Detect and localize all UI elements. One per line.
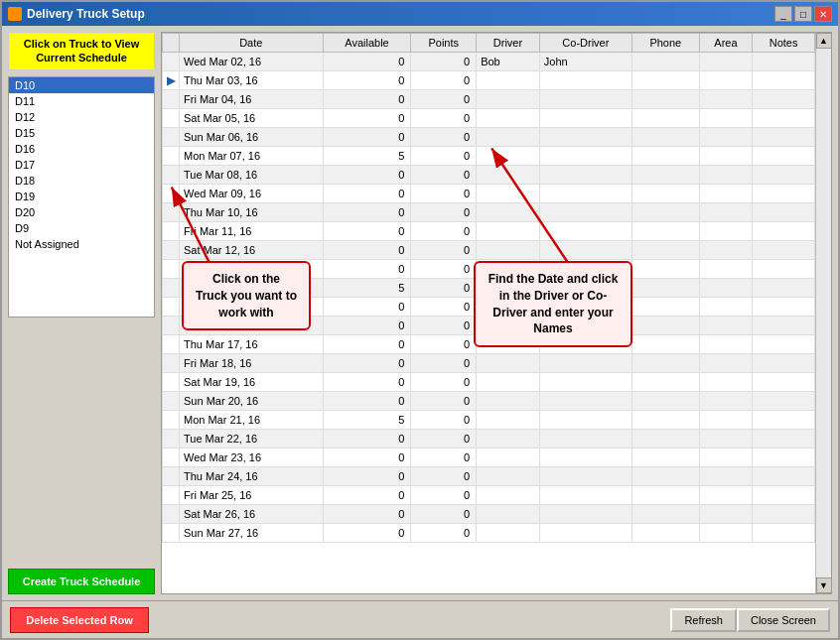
truck-item-D17[interactable]: D17: [9, 157, 154, 173]
cell-available[interactable]: 0: [323, 53, 411, 71]
cell-codriver[interactable]: [539, 411, 631, 430]
table-row[interactable]: Fri Mar 04, 1600: [163, 90, 815, 109]
cell-driver[interactable]: [477, 392, 540, 411]
cell-notes[interactable]: [753, 166, 815, 185]
cell-date[interactable]: Mon Mar 07, 16: [180, 147, 324, 166]
cell-phone[interactable]: [631, 467, 699, 486]
cell-available[interactable]: 0: [323, 505, 411, 524]
cell-date[interactable]: Fri Mar 11, 16: [180, 222, 324, 241]
cell-phone[interactable]: [631, 430, 699, 448]
cell-area[interactable]: [699, 53, 753, 71]
cell-notes[interactable]: [753, 241, 815, 260]
cell-notes[interactable]: [753, 411, 815, 430]
window-close-button[interactable]: ✕: [814, 6, 832, 22]
cell-codriver[interactable]: [539, 166, 631, 185]
cell-driver[interactable]: [477, 147, 540, 166]
cell-driver[interactable]: [477, 467, 540, 486]
cell-notes[interactable]: [753, 128, 815, 147]
cell-area[interactable]: [699, 241, 753, 260]
cell-points[interactable]: 0: [411, 298, 477, 317]
cell-date[interactable]: Wed Mar 09, 16: [180, 185, 324, 203]
cell-phone[interactable]: [631, 317, 699, 335]
cell-points[interactable]: 0: [411, 241, 477, 260]
cell-date[interactable]: Thu Mar 24, 16: [180, 467, 324, 486]
table-row[interactable]: Fri Mar 11, 1600: [163, 222, 815, 241]
cell-available[interactable]: 5: [323, 279, 411, 298]
cell-available[interactable]: 0: [323, 467, 411, 486]
cell-codriver[interactable]: [539, 354, 631, 373]
cell-date[interactable]: Thu Mar 03, 16: [180, 71, 324, 90]
cell-codriver[interactable]: [539, 109, 631, 128]
cell-driver[interactable]: [477, 411, 540, 430]
cell-points[interactable]: 0: [411, 90, 477, 109]
cell-phone[interactable]: [631, 71, 699, 90]
cell-date[interactable]: Fri Mar 18, 16: [180, 354, 324, 373]
cell-available[interactable]: 0: [323, 166, 411, 185]
cell-date[interactable]: Thu Mar 17, 16: [180, 335, 324, 354]
cell-notes[interactable]: [753, 448, 815, 467]
cell-area[interactable]: [699, 335, 753, 354]
scroll-down-arrow[interactable]: ▼: [816, 577, 832, 593]
cell-phone[interactable]: [631, 298, 699, 317]
table-row[interactable]: Sat Mar 26, 1600: [163, 505, 815, 524]
cell-available[interactable]: 0: [323, 317, 411, 335]
cell-codriver[interactable]: [539, 524, 631, 543]
table-row[interactable]: Sun Mar 27, 1600: [163, 524, 815, 543]
cell-phone[interactable]: [631, 109, 699, 128]
cell-points[interactable]: 0: [411, 166, 477, 185]
cell-area[interactable]: [699, 109, 753, 128]
cell-available[interactable]: 0: [323, 222, 411, 241]
cell-notes[interactable]: [753, 486, 815, 505]
cell-phone[interactable]: [631, 222, 699, 241]
cell-area[interactable]: [699, 71, 753, 90]
cell-area[interactable]: [699, 486, 753, 505]
table-row[interactable]: Tue Mar 08, 1600: [163, 166, 815, 185]
cell-points[interactable]: 0: [411, 505, 477, 524]
cell-points[interactable]: 0: [411, 392, 477, 411]
cell-driver[interactable]: [477, 430, 540, 448]
cell-phone[interactable]: [631, 241, 699, 260]
cell-points[interactable]: 0: [411, 109, 477, 128]
cell-area[interactable]: [699, 298, 753, 317]
cell-codriver[interactable]: [539, 505, 631, 524]
truck-item-Not-Assigned[interactable]: Not Assigned: [9, 236, 154, 252]
cell-available[interactable]: 0: [323, 260, 411, 279]
cell-codriver[interactable]: [539, 486, 631, 505]
table-row[interactable]: Mon Mar 21, 1650: [163, 411, 815, 430]
cell-phone[interactable]: [631, 448, 699, 467]
cell-notes[interactable]: [753, 147, 815, 166]
table-row[interactable]: Sun Mar 06, 1600: [163, 128, 815, 147]
truck-item-D11[interactable]: D11: [9, 93, 154, 109]
table-row[interactable]: Sat Mar 12, 1600: [163, 241, 815, 260]
table-row[interactable]: Wed Mar 23, 1600: [163, 448, 815, 467]
cell-available[interactable]: 0: [323, 298, 411, 317]
cell-notes[interactable]: [753, 53, 815, 71]
minimize-button[interactable]: _: [774, 6, 792, 22]
cell-driver[interactable]: Bob: [477, 53, 540, 71]
cell-driver[interactable]: [477, 222, 540, 241]
table-row[interactable]: Sun Mar 20, 1600: [163, 392, 815, 411]
truck-item-D19[interactable]: D19: [9, 189, 154, 204]
cell-codriver[interactable]: [539, 203, 631, 222]
table-row[interactable]: Wed Mar 09, 1600: [163, 185, 815, 203]
cell-driver[interactable]: [477, 109, 540, 128]
cell-codriver[interactable]: [539, 467, 631, 486]
cell-driver[interactable]: [477, 166, 540, 185]
cell-codriver[interactable]: [539, 90, 631, 109]
table-row[interactable]: Wed Mar 02, 1600BobJohn: [163, 53, 815, 71]
cell-available[interactable]: 5: [323, 411, 411, 430]
cell-date[interactable]: Sat Mar 05, 16: [180, 109, 324, 128]
cell-points[interactable]: 0: [411, 147, 477, 166]
truck-item-D9[interactable]: D9: [9, 220, 154, 236]
cell-available[interactable]: 0: [323, 71, 411, 90]
cell-points[interactable]: 0: [411, 203, 477, 222]
cell-phone[interactable]: [631, 486, 699, 505]
cell-available[interactable]: 5: [323, 147, 411, 166]
cell-driver[interactable]: [477, 90, 540, 109]
cell-driver[interactable]: [477, 354, 540, 373]
truck-item-D12[interactable]: D12: [9, 109, 154, 125]
cell-driver[interactable]: [477, 203, 540, 222]
cell-points[interactable]: 0: [411, 71, 477, 90]
cell-available[interactable]: 0: [323, 373, 411, 392]
cell-notes[interactable]: [753, 335, 815, 354]
